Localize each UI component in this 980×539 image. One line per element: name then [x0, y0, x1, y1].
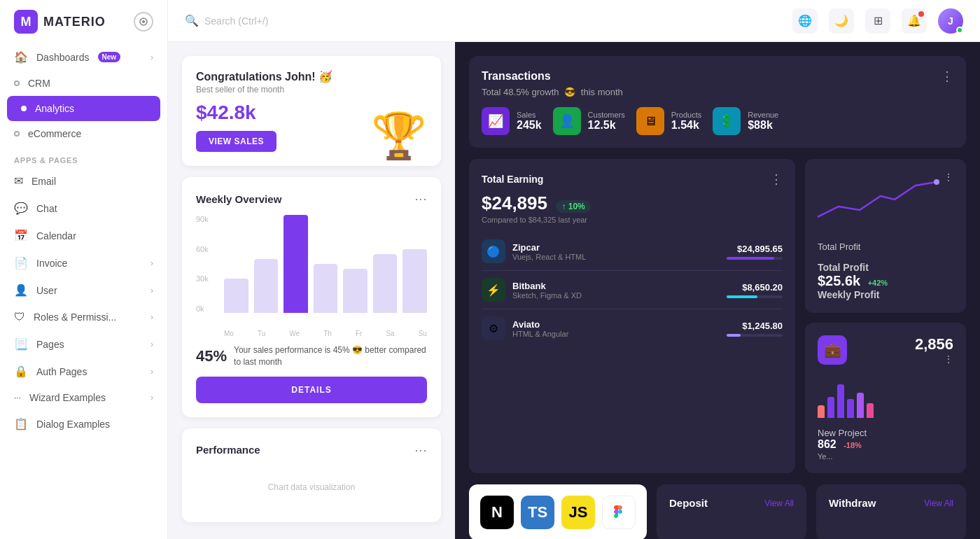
- sidebar-item-dashboards[interactable]: 🏠 Dashboards New ›: [0, 43, 167, 71]
- search-box[interactable]: 🔍 Search (Ctrl+/): [185, 14, 465, 27]
- profit-title: Total Profit: [818, 262, 953, 273]
- chevron-icon: ›: [150, 367, 153, 377]
- sidebar-item-dialog[interactable]: 📋 Dialog Examples: [0, 410, 167, 438]
- congrats-subtitle: Best seller of the month: [196, 85, 427, 94]
- chevron-icon: ›: [150, 258, 153, 268]
- withdraw-header: Withdraw View All: [829, 497, 953, 509]
- profit-bottom-label: Total Profit: [818, 241, 953, 252]
- auth-icon: 🔒: [14, 365, 28, 378]
- grid-icon[interactable]: ⊞: [865, 8, 890, 34]
- header-actions: 🌐 🌙 ⊞ 🔔 J: [792, 8, 963, 34]
- mini-bar-5: [857, 393, 864, 418]
- right-panel: Transactions ⋮ Total 48.5% growth 😎 this…: [455, 42, 980, 539]
- circle-icon: [14, 80, 20, 86]
- performance-placeholder: Chart data visualization: [196, 466, 427, 508]
- weekly-header: Weekly Overview ⋯: [196, 191, 427, 206]
- details-button[interactable]: DETAILS: [196, 377, 427, 403]
- earning-price: $1,245.80: [727, 321, 783, 331]
- np-title: New Project: [818, 428, 953, 438]
- withdraw-view-all[interactable]: View All: [924, 498, 953, 508]
- notification-dot: [918, 11, 924, 17]
- circle-icon: [14, 131, 20, 136]
- company-name: Bitbank: [512, 281, 582, 291]
- profit-stats-row: Total Profit $25.6k +42% Weekly Profit: [818, 262, 953, 300]
- sidebar-item-user[interactable]: 👤 User ›: [0, 276, 167, 304]
- earning-amount: $24,895: [482, 192, 547, 214]
- sidebar-item-ecommerce[interactable]: eCommerce: [0, 121, 167, 146]
- avatar[interactable]: J: [938, 8, 963, 34]
- sidebar-item-email[interactable]: ✉ Email: [0, 167, 167, 195]
- app-name: MATERIO: [43, 15, 106, 29]
- earning-right: $8,650.20: [727, 282, 783, 298]
- company-info: ⚡ Bitbank Sketch, Figma & XD: [482, 278, 582, 302]
- bitbank-icon: ⚡: [482, 278, 505, 302]
- sidebar-item-calendar[interactable]: 📅 Calendar: [0, 222, 167, 249]
- sales-value: 245k: [517, 119, 542, 132]
- translate-icon[interactable]: 🌐: [792, 8, 818, 34]
- notifications-icon[interactable]: 🔔: [902, 8, 927, 34]
- np-value-row: 862 -18%: [818, 438, 953, 451]
- weekly-menu-dots[interactable]: ⋯: [414, 191, 427, 206]
- sidebar-item-crm[interactable]: CRM: [0, 71, 167, 96]
- sidebar-toggle[interactable]: [134, 12, 153, 31]
- bar-we: [284, 215, 308, 313]
- sidebar-item-auth[interactable]: 🔒 Auth Pages ›: [0, 358, 167, 385]
- sales-label: Sales: [517, 111, 542, 119]
- view-sales-button[interactable]: VIEW SALES: [196, 131, 276, 152]
- sidebar-item-chat[interactable]: 💬 Chat: [0, 195, 167, 222]
- profit-menu-dots[interactable]: ⋮: [944, 172, 953, 183]
- sidebar-item-analytics[interactable]: Analytics: [7, 96, 160, 121]
- chart-bars: [224, 215, 427, 313]
- np-menu-dots[interactable]: ⋮: [944, 354, 953, 365]
- trophy-icon: 🏆: [371, 110, 427, 162]
- weekly-title: Weekly Overview: [196, 193, 281, 205]
- mini-bar-3: [837, 384, 844, 418]
- chart-area: 90k 60k 30k 0k: [196, 215, 427, 327]
- sidebar-item-label: User: [36, 285, 57, 296]
- tx-stat-revenue: 💲 Revenue $88k: [713, 107, 778, 135]
- theme-icon[interactable]: 🌙: [829, 8, 854, 34]
- np-year: Ye...: [818, 452, 953, 461]
- circle-icon: [21, 106, 27, 111]
- total-earning-card: Total Earning ⋮ $24,895 ↑ 10% Compared t…: [469, 159, 795, 473]
- sidebar-item-label: Roles & Permissi...: [34, 312, 116, 323]
- company-details: Zipcar Vuejs, React & HTML: [512, 242, 586, 261]
- bar-fill: [727, 257, 774, 260]
- profit-value-row: $25.6k +42%: [818, 273, 953, 289]
- earning-bar: [727, 257, 783, 260]
- tx-stats: 📈 Sales 245k 👤 Customers 12.5k: [482, 107, 953, 135]
- performance-menu-dots[interactable]: ⋯: [414, 442, 427, 458]
- logo-icon: M: [14, 10, 38, 34]
- zipcar-icon: 🔵: [482, 239, 505, 263]
- mini-bar-2: [827, 397, 834, 418]
- bottom-row: N TS JS: [469, 484, 966, 539]
- mini-bar-4: [847, 399, 854, 418]
- deposit-view-all[interactable]: View All: [764, 498, 794, 508]
- tx-stat-info: Products 1.54k: [671, 111, 701, 132]
- javascript-logo: JS: [561, 496, 595, 529]
- sidebar-item-roles[interactable]: 🛡 Roles & Permissi... ›: [0, 304, 167, 330]
- earning-item-aviato: ⚙ Aviato HTML & Angular $1,245.80: [482, 309, 783, 347]
- new-project-card: 💼 2,856 ⋮: [805, 323, 966, 473]
- tx-menu-dots[interactable]: ⋮: [941, 69, 953, 84]
- np-value: 862: [818, 438, 836, 450]
- figma-logo: [602, 496, 636, 529]
- tx-stat-products: 🖥 Products 1.54k: [636, 107, 701, 135]
- tx-title: Transactions: [482, 70, 551, 83]
- bar-th: [314, 264, 338, 313]
- deposit-header: Deposit View All: [669, 497, 794, 509]
- tx-header: Transactions ⋮: [482, 69, 953, 84]
- right-side-cards: ⋮ Total Profit Total Profit $25.6k +42% …: [805, 159, 966, 473]
- sidebar-item-invoice[interactable]: 📄 Invoice ›: [0, 249, 167, 276]
- roles-icon: 🛡: [14, 311, 25, 323]
- earning-menu-dots[interactable]: ⋮: [770, 172, 783, 187]
- company-details: Aviato HTML & Angular: [512, 319, 568, 338]
- sidebar-item-pages[interactable]: 📃 Pages ›: [0, 330, 167, 358]
- weekly-description: Your sales performance is 45% 😎 better c…: [234, 344, 427, 368]
- congrats-card: Congratulations John! 🥳 Best seller of t…: [182, 56, 441, 166]
- sidebar-item-wizard[interactable]: ··· Wizard Examples ›: [0, 385, 167, 410]
- chevron-icon: ›: [150, 52, 153, 62]
- sidebar-item-label: Calendar: [36, 230, 76, 241]
- logo-area: M MATERIO: [0, 0, 167, 43]
- mini-bar-6: [867, 403, 874, 418]
